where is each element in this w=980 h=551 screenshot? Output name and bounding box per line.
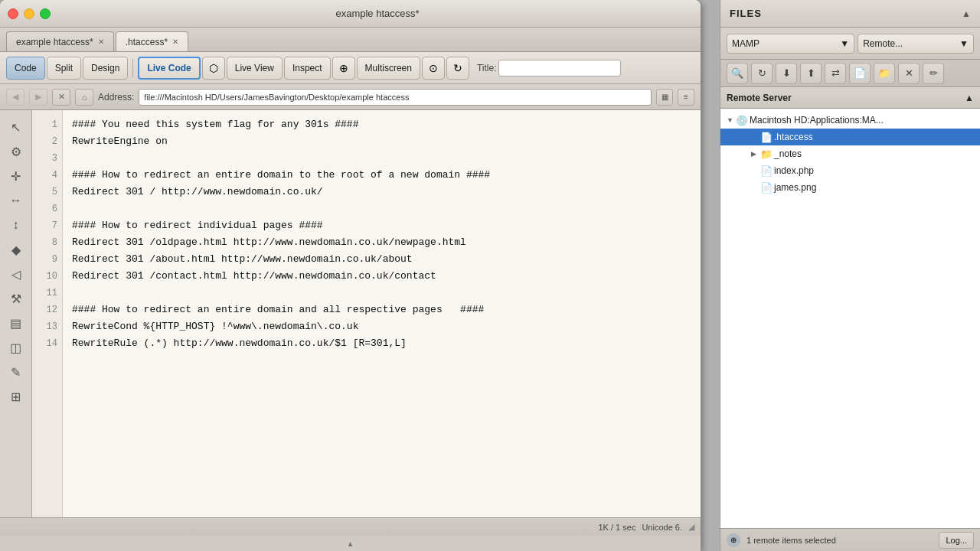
download-button[interactable]: ⬇	[776, 63, 797, 84]
line-number: 2	[52, 133, 57, 150]
remote-selector[interactable]: Remote... ▼	[858, 34, 974, 54]
code-line: #### You need this system flag for any 3…	[72, 116, 691, 133]
tab-label: example htaccess*	[16, 37, 93, 47]
files-bottom-bar: ⊕ 1 remote items selected Log...	[720, 528, 980, 551]
maximize-button[interactable]	[40, 8, 51, 19]
tree-item[interactable]: 📄.htaccess	[720, 129, 980, 145]
line-number: 14	[47, 335, 57, 352]
selection-info: 1 remote items selected	[746, 536, 933, 545]
close-button[interactable]	[8, 8, 18, 19]
files-panel-title: FILES	[730, 8, 762, 19]
split-button[interactable]: Split	[47, 57, 81, 80]
refresh-button[interactable]: ↻	[446, 57, 469, 80]
line-number: 8	[52, 234, 57, 251]
settings-icon[interactable]: ⚒	[5, 288, 27, 309]
live-code-icon-button[interactable]: ⬡	[202, 57, 225, 80]
tab-htaccess[interactable]: .htaccess* ✕	[116, 31, 188, 51]
pencil-icon[interactable]: ✎	[5, 361, 27, 383]
zoom-button[interactable]: ⊙	[422, 57, 445, 80]
left-panel-icon[interactable]: ◁	[5, 263, 27, 285]
folder-icon: 📁	[760, 148, 774, 160]
code-button[interactable]: Code	[6, 57, 45, 80]
sync-button[interactable]: ⇄	[825, 63, 846, 84]
line-numbers: 1234567891011121314	[32, 110, 63, 517]
code-line: Redirect 301 /about.html http://www.newd…	[72, 251, 691, 268]
file-icon: 📄	[760, 132, 774, 143]
upload-button[interactable]: ⬆	[800, 63, 822, 84]
address-label: Address:	[98, 92, 134, 103]
refresh-files-button[interactable]: ↻	[751, 63, 773, 84]
live-code-button[interactable]: Live Code	[138, 57, 200, 80]
multiscreen-button[interactable]: Multiscreen	[357, 57, 420, 80]
file-tree: ▼💿Macintosh HD:Applications:MA... 📄.htac…	[720, 109, 980, 528]
file-icon: 📄	[760, 165, 774, 177]
cursor-tool-icon[interactable]: ↖	[5, 116, 27, 138]
toolbar: Code Split Design Live Code ⬡ Live View …	[0, 52, 701, 84]
code-line: #### How to redirect an entire domain to…	[72, 167, 691, 184]
remote-server-collapse-icon[interactable]: ▲	[965, 93, 974, 103]
tree-item[interactable]: ▶📁_notes	[720, 145, 980, 162]
line-number: 10	[47, 268, 57, 285]
new-file-button[interactable]: 📄	[849, 63, 871, 84]
grid-icon[interactable]: ▤	[5, 312, 27, 334]
remote-selector-label: Remote...	[863, 38, 903, 49]
layers-icon[interactable]: ◫	[5, 337, 27, 358]
tab-close-button[interactable]: ✕	[98, 37, 104, 46]
status-bar: 1K / 1 sec Unicode 6. ◢	[0, 517, 701, 536]
diamond-icon[interactable]: ◆	[5, 239, 27, 260]
back-button[interactable]: ◀	[6, 89, 24, 106]
tab-example-htaccess[interactable]: example htaccess* ✕	[6, 31, 114, 51]
tab-close-button[interactable]: ✕	[172, 37, 178, 46]
stop-button[interactable]: ✕	[52, 89, 70, 106]
files-panel-header: FILES ▲	[720, 0, 980, 28]
window-title: example htaccess*	[62, 8, 693, 19]
remote-server-bar: Remote Server ▲	[720, 87, 980, 109]
files-panel-close-button[interactable]: ▲	[962, 8, 971, 19]
new-folder-button[interactable]: 📁	[874, 63, 895, 84]
search-files-button[interactable]: 🔍	[727, 63, 748, 84]
delete-button[interactable]: ✕	[898, 63, 920, 84]
gear-icon[interactable]: ⚙	[5, 141, 27, 162]
globe-toolbar-button[interactable]: ⊕	[332, 57, 355, 80]
tree-expand-icon[interactable]: ▶	[751, 150, 760, 158]
move-icon[interactable]: ✛	[5, 165, 27, 187]
files-actions-bar: 🔍 ↻ ⬇ ⬆ ⇄ 📄 📁 ✕ ✏	[720, 60, 980, 87]
resize-h-icon[interactable]: ↔	[5, 190, 27, 211]
collapse-arrow[interactable]: ▲	[0, 536, 701, 551]
site-selector[interactable]: MAMP ▼	[727, 34, 854, 54]
design-button[interactable]: Design	[83, 57, 128, 80]
line-number: 11	[47, 285, 57, 302]
encoding-status: Unicode 6.	[642, 523, 682, 532]
inspect-button[interactable]: Inspect	[284, 57, 331, 80]
line-number: 5	[52, 184, 57, 201]
address-input[interactable]	[139, 89, 652, 106]
line-number: 6	[52, 201, 57, 217]
tree-item[interactable]: 📄index.php	[720, 162, 980, 179]
resize-v-icon[interactable]: ↕	[5, 214, 27, 236]
group-icon[interactable]: ⊞	[5, 386, 27, 407]
title-bar: example htaccess*	[0, 0, 701, 28]
tree-item-label: Macintosh HD:Applications:MA...	[750, 115, 884, 126]
forward-button[interactable]: ▶	[29, 89, 47, 106]
code-line: Redirect 301 /contact.html http://www.ne…	[72, 268, 691, 285]
home-button[interactable]: ⌂	[75, 89, 93, 106]
tree-item[interactable]: ▼💿Macintosh HD:Applications:MA...	[720, 112, 980, 129]
log-button[interactable]: Log...	[939, 532, 974, 549]
tree-item[interactable]: 📄james.png	[720, 179, 980, 196]
site-selector-arrow: ▼	[840, 38, 849, 49]
address-bar: ◀ ▶ ✕ ⌂ Address: ▦ ≡	[0, 84, 701, 110]
tree-expand-icon[interactable]: ▼	[727, 116, 736, 124]
live-view-button[interactable]: Live View	[227, 57, 283, 80]
tree-item-label: james.png	[774, 182, 816, 193]
code-editor: 1234567891011121314 #### You need this s…	[32, 110, 701, 517]
toolbar-separator	[132, 59, 133, 77]
address-extra-btn-1[interactable]: ▦	[656, 89, 673, 106]
line-number: 13	[47, 318, 57, 335]
minimize-button[interactable]	[24, 8, 34, 19]
title-input[interactable]	[498, 60, 621, 77]
address-extra-btn-2[interactable]: ≡	[678, 89, 694, 106]
remote-selector-arrow: ▼	[959, 38, 969, 49]
code-line: RewriteEngine on	[72, 133, 691, 150]
code-lines[interactable]: #### You need this system flag for any 3…	[63, 110, 701, 517]
rename-button[interactable]: ✏	[923, 63, 944, 84]
